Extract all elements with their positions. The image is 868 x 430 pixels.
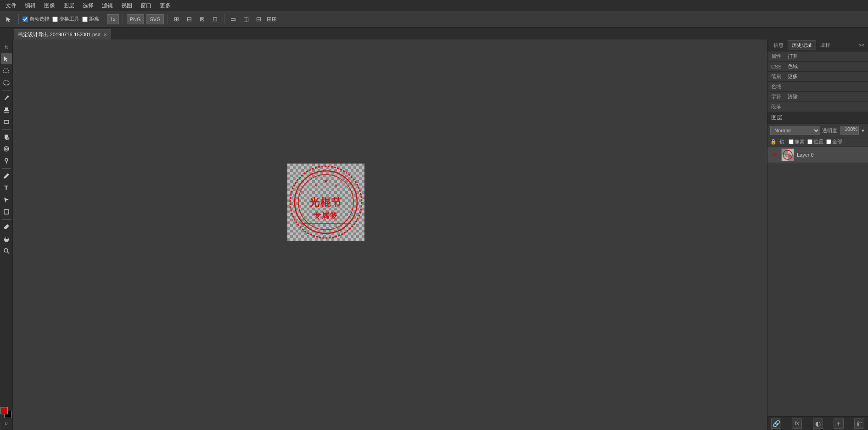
tool-lasso[interactable] bbox=[1, 77, 12, 88]
toolbar-move-icon bbox=[3, 13, 15, 25]
svg-point-10 bbox=[4, 147, 9, 151]
layer-visibility-icon[interactable]: 👁 bbox=[770, 151, 778, 159]
tool-move[interactable] bbox=[1, 53, 12, 64]
right-tab-sample[interactable]: 取样 bbox=[816, 40, 834, 50]
layers-opacity-value[interactable]: 100% bbox=[840, 126, 859, 135]
transform-warp-icon[interactable]: ◫ bbox=[241, 14, 251, 24]
tool-hand[interactable] bbox=[1, 233, 12, 244]
fg-color-swatch[interactable] bbox=[0, 407, 8, 414]
svg-rect-5 bbox=[4, 110, 9, 111]
lock-pixels-option[interactable]: 像素 bbox=[789, 138, 805, 145]
lock-position-label: 位置 bbox=[813, 138, 823, 145]
svg-button[interactable]: SVG bbox=[146, 14, 163, 24]
menu-edit[interactable]: 编辑 bbox=[21, 1, 39, 11]
info-row-color-gamut: 色域 bbox=[767, 82, 868, 92]
png-button[interactable]: PNG bbox=[127, 14, 144, 24]
transform-checkbox[interactable]: 变换工具 bbox=[52, 16, 79, 23]
info-label-attr: 属性 bbox=[771, 53, 785, 60]
menu-view[interactable]: 视图 bbox=[118, 1, 136, 11]
tool-fill[interactable] bbox=[1, 131, 12, 142]
svg-rect-15 bbox=[4, 209, 9, 214]
default-colors-icon[interactable]: D bbox=[5, 421, 8, 425]
right-panel: 信息 历史记录 取样 >< 属性 打开 CSS 色域 笔刷 更多 色域 bbox=[767, 40, 868, 430]
menubar: 文件 编辑 图像 图层 选择 滤镜 视图 窗口 更多 bbox=[0, 0, 868, 11]
stamp-svg: ★ ★ ★ 光棍节 专属签 bbox=[287, 164, 364, 241]
menu-more[interactable]: 更多 bbox=[156, 1, 174, 11]
layers-link-button[interactable]: 🔗 bbox=[771, 419, 781, 429]
tool-path-select[interactable] bbox=[1, 194, 12, 205]
lock-all-label: 全部 bbox=[832, 138, 842, 145]
tool-brush[interactable] bbox=[1, 92, 12, 103]
svg-text:光棍: 光棍 bbox=[784, 153, 791, 157]
tool-eyedropper[interactable] bbox=[1, 221, 12, 232]
tool-select-rect[interactable] bbox=[1, 65, 12, 76]
layer-item[interactable]: 👁 光棍 Layer 0 bbox=[767, 147, 868, 163]
align-center-icon[interactable]: ⊟ bbox=[185, 14, 195, 24]
layers-lock-row: 🔒 锁: 像素 位置 全部 bbox=[767, 137, 868, 147]
right-tab-history[interactable]: 历史记录 bbox=[788, 40, 816, 50]
lock-label: 锁: bbox=[779, 138, 786, 145]
tool-sep-4 bbox=[2, 219, 11, 220]
info-row-css: CSS 色域 bbox=[767, 62, 868, 72]
menu-image[interactable]: 图像 bbox=[40, 1, 59, 11]
transform-ref-icon[interactable]: ⊟ bbox=[254, 14, 264, 24]
zoom-select[interactable]: 1x bbox=[107, 14, 119, 24]
menu-layer[interactable]: 图层 bbox=[60, 1, 78, 11]
layers-opacity-arrow[interactable]: ▼ bbox=[861, 128, 865, 133]
layers-fx-button[interactable]: fx bbox=[792, 419, 802, 429]
layers-add-button[interactable]: + bbox=[834, 419, 844, 429]
layers-mode-select[interactable]: Normal bbox=[770, 126, 820, 135]
document-tab[interactable]: 稿定设计导出-20190716-152001.psd ✕ bbox=[14, 29, 111, 40]
info-value-brush[interactable]: 更多 bbox=[788, 73, 798, 80]
right-panel-collapse-info[interactable]: >< bbox=[857, 43, 866, 48]
transform-spread-icon[interactable]: ⊞⊞ bbox=[267, 14, 277, 24]
info-value-char[interactable]: 清除 bbox=[788, 93, 798, 100]
canvas-content: ★ ★ ★ 光棍节 专属签 bbox=[287, 164, 364, 241]
layer-name: Layer 0 bbox=[797, 152, 865, 158]
menu-file[interactable]: 文件 bbox=[2, 1, 20, 11]
tool-stamp[interactable] bbox=[1, 104, 12, 115]
lock-pixels-label: 像素 bbox=[795, 138, 805, 145]
tool-doublearrow[interactable]: ⇅ bbox=[1, 41, 12, 52]
layers-mask-button[interactable]: ◐ bbox=[813, 419, 823, 429]
auto-select-checkbox[interactable]: 自动选择 bbox=[22, 16, 50, 23]
align-left-icon[interactable]: ⊞ bbox=[172, 14, 182, 24]
tool-eraser[interactable] bbox=[1, 116, 12, 127]
info-label-color-gamut: 色域 bbox=[771, 83, 785, 90]
svg-marker-0 bbox=[6, 17, 11, 22]
canvas-area[interactable]: ★ ★ ★ 光棍节 专属签 bbox=[13, 40, 767, 430]
align-top-icon[interactable]: ⊡ bbox=[210, 14, 220, 24]
svg-point-9 bbox=[6, 137, 9, 140]
lock-all-option[interactable]: 全部 bbox=[826, 138, 842, 145]
layer-thumbnail: 光棍 bbox=[781, 148, 794, 161]
svg-text:★: ★ bbox=[334, 183, 338, 187]
tool-pen[interactable] bbox=[1, 170, 12, 181]
menu-window[interactable]: 窗口 bbox=[137, 1, 155, 11]
tool-zoom[interactable] bbox=[1, 245, 12, 256]
menu-select[interactable]: 选择 bbox=[79, 1, 97, 11]
info-row-para: 段落 bbox=[767, 102, 868, 112]
info-value-attr[interactable]: 打开 bbox=[788, 53, 798, 60]
svg-text:★: ★ bbox=[324, 178, 329, 184]
svg-text:光棍节: 光棍节 bbox=[309, 197, 342, 208]
info-value-css[interactable]: 色域 bbox=[788, 63, 798, 70]
distance-checkbox[interactable]: 距离 bbox=[82, 16, 99, 23]
tab-close-button[interactable]: ✕ bbox=[103, 32, 107, 37]
layers-delete-button[interactable]: 🗑 bbox=[854, 419, 864, 429]
toolbar-divider-5 bbox=[224, 14, 224, 24]
tool-text[interactable]: T bbox=[1, 182, 12, 193]
tool-shape[interactable] bbox=[1, 206, 12, 217]
align-right-icon[interactable]: ⊠ bbox=[197, 14, 207, 24]
tool-blur[interactable] bbox=[1, 143, 12, 154]
svg-marker-14 bbox=[4, 198, 9, 203]
layers-title: 图层 bbox=[771, 114, 782, 122]
info-label-brush: 笔刷 bbox=[771, 73, 785, 80]
tool-dodge[interactable] bbox=[1, 155, 12, 166]
menu-filter[interactable]: 滤镜 bbox=[98, 1, 117, 11]
lock-position-option[interactable]: 位置 bbox=[807, 138, 823, 145]
transform-box-icon[interactable]: ▭ bbox=[228, 14, 238, 24]
tool-sep-2 bbox=[2, 129, 11, 130]
info-row-attr: 属性 打开 bbox=[767, 51, 868, 62]
right-tab-info[interactable]: 信息 bbox=[769, 40, 788, 50]
info-row-brush: 笔刷 更多 bbox=[767, 72, 868, 82]
